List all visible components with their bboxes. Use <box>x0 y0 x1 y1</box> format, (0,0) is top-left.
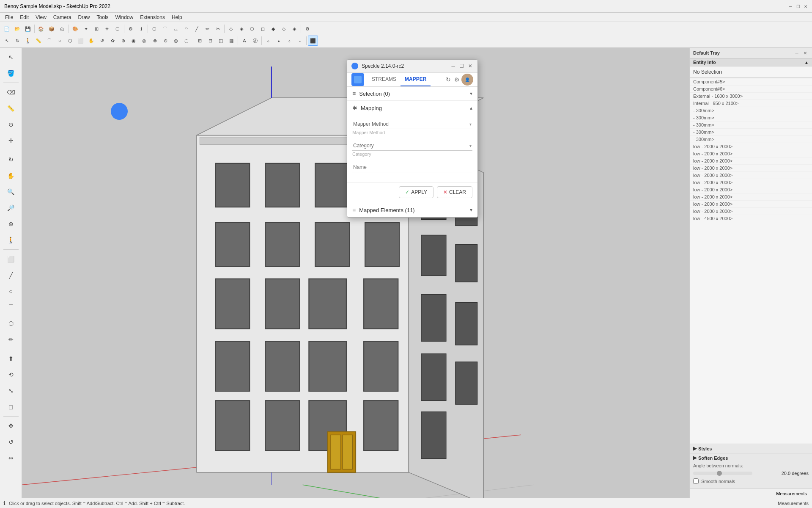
arc3-btn[interactable]: ⌔ <box>181 24 191 34</box>
misc2-tb[interactable]: ⊕ <box>118 36 128 46</box>
arc2-btn[interactable]: ⌓ <box>170 24 181 34</box>
arc-tb[interactable]: ⌒ <box>44 36 54 46</box>
menu-camera[interactable]: Camera <box>50 13 75 22</box>
orbit-tb[interactable]: ↻ <box>12 36 22 46</box>
dim1-tb[interactable]: ⬦ <box>263 36 273 46</box>
text2-tb[interactable]: Ⓐ <box>250 36 260 46</box>
tape-tool[interactable]: 📏 <box>3 101 19 116</box>
zoom-ext-tool[interactable]: ⊕ <box>3 216 19 232</box>
misc1-tb[interactable]: ✿ <box>107 36 118 46</box>
section2-tb[interactable]: ▦ <box>226 36 236 46</box>
maximize-btn[interactable]: ☐ <box>795 3 801 9</box>
speckle-maximize-btn[interactable]: ☐ <box>458 62 465 70</box>
tray-minimize-btn[interactable]: ─ <box>793 50 800 56</box>
paint-tool[interactable]: 🪣 <box>3 66 19 81</box>
paint-btn[interactable]: 🎨 <box>70 24 80 34</box>
push-pull-tool[interactable]: ⬆ <box>3 351 19 366</box>
shape6-btn[interactable]: ◇ <box>279 24 289 34</box>
axes-tool[interactable]: ✛ <box>3 133 19 148</box>
print-btn[interactable]: 🏠 <box>36 24 46 34</box>
tray-close-btn[interactable]: ✕ <box>802 50 809 56</box>
zoom-win-tool[interactable]: 🔎 <box>3 200 19 215</box>
hand-tb[interactable]: ✋ <box>86 36 96 46</box>
menu-draw[interactable]: Draw <box>75 13 93 22</box>
select-tb2[interactable]: ↖ <box>2 36 12 46</box>
shape3-btn[interactable]: ⬡ <box>247 24 257 34</box>
misc8-tb[interactable]: ◌ <box>181 36 192 46</box>
tab-mapper[interactable]: MAPPER <box>401 73 431 86</box>
smooth-normals-checkbox[interactable] <box>693 478 699 484</box>
menu-view[interactable]: View <box>32 13 50 22</box>
walk-tool[interactable]: 🚶 <box>3 232 19 248</box>
selection-section-header[interactable]: ≡ Selection (0) ▾ <box>347 87 477 101</box>
menu-tools[interactable]: Tools <box>93 13 112 22</box>
speckle-close-btn[interactable]: ✕ <box>467 62 473 70</box>
speckle-minimize-btn[interactable]: ─ <box>450 62 456 70</box>
circle-tb[interactable]: ○ <box>55 36 65 46</box>
misc5-tb[interactable]: ⊗ <box>150 36 160 46</box>
polygon-tool[interactable]: ⬡ <box>3 316 19 331</box>
rotate-tb[interactable]: ↺ <box>97 36 107 46</box>
misc4-tb[interactable]: ◎ <box>139 36 149 46</box>
active-tb[interactable]: ⬛ <box>308 36 318 46</box>
styles-btn[interactable]: ✦ <box>81 24 91 34</box>
mapping-section-header[interactable]: ✱ Mapping ▴ <box>347 101 477 115</box>
sandbox1-tb[interactable]: ⊞ <box>195 36 205 46</box>
dim3-tb[interactable]: ⬨ <box>284 36 294 46</box>
entity-info-expand[interactable]: ▲ <box>804 60 809 65</box>
name-input[interactable] <box>353 164 472 170</box>
move-tool[interactable]: ✥ <box>3 418 19 433</box>
pan-tool[interactable]: ✋ <box>3 168 19 183</box>
menu-window[interactable]: Window <box>112 13 137 22</box>
line2-btn[interactable]: ✂ <box>213 24 223 34</box>
minimize-btn[interactable]: ─ <box>787 3 793 9</box>
line-btn[interactable]: ╱ <box>192 24 202 34</box>
select-tool-tb[interactable]: ⬡ <box>149 24 159 34</box>
model-info-btn[interactable]: 📦 <box>47 24 57 34</box>
shape4-btn[interactable]: ◻ <box>258 24 268 34</box>
open-btn[interactable]: 📂 <box>12 24 22 34</box>
section-tb[interactable]: ◫ <box>216 36 226 46</box>
mapper-method-select[interactable]: Mapper Method <box>353 121 469 127</box>
arc1-btn[interactable]: ⌒ <box>160 24 170 34</box>
sandbox2-tb[interactable]: ⊟ <box>205 36 215 46</box>
orbit-tool[interactable]: ↻ <box>3 152 19 167</box>
refresh-btn[interactable]: ↻ <box>444 75 453 85</box>
shape7-btn[interactable]: ◈ <box>289 24 299 34</box>
settings-btn[interactable]: ⚙ <box>453 75 461 85</box>
scale-tool[interactable]: ⤡ <box>3 383 19 398</box>
category-select-wrapper[interactable]: Category ▾ <box>352 141 472 151</box>
menu-file[interactable]: File <box>2 13 16 22</box>
flip-tool[interactable]: ⇔ <box>3 450 19 466</box>
menu-help[interactable]: Help <box>168 13 186 22</box>
menu-edit[interactable]: Edit <box>16 13 32 22</box>
speckle-btn[interactable]: ⚙ <box>126 24 136 34</box>
entity-info-header[interactable]: Entity Info ▲ <box>690 58 812 66</box>
zoom-tool[interactable]: 🔍 <box>3 184 19 199</box>
components-btn[interactable]: 🗂 <box>57 24 67 34</box>
soften-panel-title[interactable]: ▶ Soften Edges <box>693 455 809 461</box>
eraser-tool[interactable]: ⌫ <box>3 85 19 100</box>
dim2-tb[interactable]: ⬧ <box>274 36 284 46</box>
category-select[interactable]: Category <box>353 143 469 149</box>
save-btn[interactable]: 💾 <box>23 24 33 34</box>
fog-btn[interactable]: ⬡ <box>112 24 123 34</box>
select-tool[interactable]: ↖ <box>3 50 19 65</box>
menu-extensions[interactable]: Extensions <box>137 13 168 22</box>
walk-tb[interactable]: 🚶 <box>23 36 33 46</box>
user-avatar[interactable]: 👤 <box>461 74 473 86</box>
shape1-btn[interactable]: ◇ <box>226 24 236 34</box>
speckle-logo-tab[interactable] <box>351 73 364 86</box>
new-btn[interactable]: 📄 <box>2 24 12 34</box>
clear-button[interactable]: ✕ CLEAR <box>437 186 472 198</box>
dim4-tb[interactable]: ⬩ <box>295 36 305 46</box>
rotate-tool[interactable]: ↺ <box>3 434 19 450</box>
shadows-btn[interactable]: ☀ <box>102 24 112 34</box>
circle-tool[interactable]: ○ <box>3 284 19 299</box>
freehand-tool[interactable]: ✏ <box>3 332 19 347</box>
styles-panel-title[interactable]: ▶ Styles <box>693 446 809 451</box>
misc7-tb[interactable]: ◍ <box>171 36 181 46</box>
line-tool[interactable]: ╱ <box>3 268 19 283</box>
misc3-tb[interactable]: ◉ <box>129 36 139 46</box>
arc-tool[interactable]: ⌒ <box>3 300 19 315</box>
